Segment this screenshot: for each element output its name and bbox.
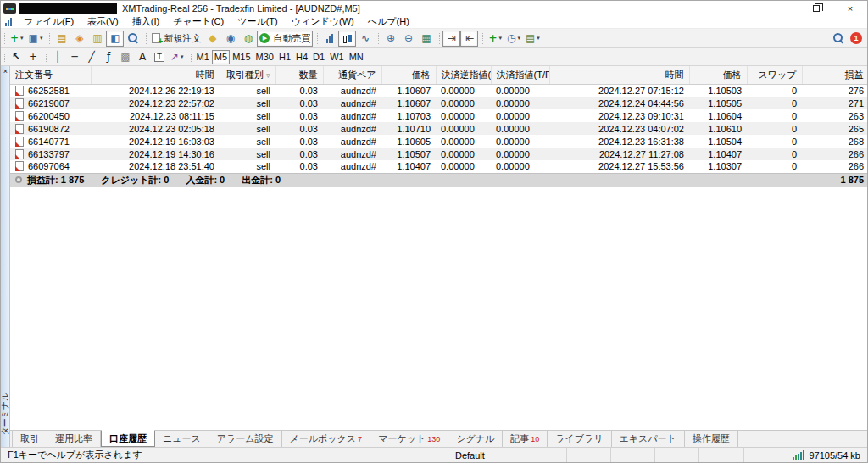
column-header-1[interactable]: 時間 xyxy=(91,66,220,84)
crosshair-button[interactable]: + xyxy=(25,50,42,64)
templates-button[interactable]: ▤▾ xyxy=(523,31,542,47)
periods-button[interactable]: ◷▾ xyxy=(504,31,523,47)
zoom-in-button[interactable]: ⊕ xyxy=(381,31,399,47)
menu-item-h[interactable]: ヘルプ(H) xyxy=(361,15,416,27)
bar-chart-mode-button[interactable] xyxy=(320,31,338,47)
tf-m1-button[interactable]: M1 xyxy=(194,50,212,64)
news-button[interactable]: ◍ xyxy=(239,31,257,47)
search-button[interactable] xyxy=(829,31,847,47)
column-header-9[interactable]: 価格 xyxy=(689,66,747,84)
market-watch-button[interactable]: ▤ xyxy=(53,31,70,47)
tab-運用比率[interactable]: 運用比率 xyxy=(47,431,101,447)
strategy-tester-button[interactable] xyxy=(124,31,142,47)
notification-badge[interactable]: 1 xyxy=(850,32,862,44)
mql5-community-button[interactable]: ◉ xyxy=(221,31,239,47)
profiles-button[interactable]: ▣▾ xyxy=(26,31,46,47)
summary-item: 出金計: 0 xyxy=(242,174,281,187)
new-order-button[interactable]: +新規注文 xyxy=(149,31,203,47)
trendline-button[interactable]: ╱ xyxy=(83,50,100,64)
tf-h1-button[interactable]: H1 xyxy=(276,50,293,64)
tab-口座履歴[interactable]: 口座履歴 xyxy=(101,430,155,447)
tab-ニュース[interactable]: ニュース xyxy=(155,431,209,447)
column-header-7[interactable]: 決済指値(T/P) xyxy=(491,66,549,84)
menu-item-f[interactable]: ファイル(F) xyxy=(17,15,81,27)
tab-メールボックス[interactable]: メールボックス7 xyxy=(282,431,371,447)
column-header-11[interactable]: 損益 xyxy=(802,66,868,84)
tile-windows-button[interactable]: ▦ xyxy=(417,31,435,47)
arrow-objects-button[interactable]: ↗▾ xyxy=(168,50,186,64)
menu-item-w[interactable]: ウィンドウ(W) xyxy=(285,15,361,27)
text-button[interactable]: A xyxy=(134,50,151,64)
metaeditor-button[interactable]: ◆ xyxy=(203,31,221,47)
tf-m5-button[interactable]: M5 xyxy=(212,50,230,64)
cell-6: 0.00000 xyxy=(436,84,491,97)
channel-grid-button[interactable]: ▩ xyxy=(117,50,134,64)
tf-mn-button[interactable]: MN xyxy=(347,50,366,64)
menu-item-c[interactable]: チャート(C) xyxy=(166,15,231,27)
order-cell: 66190872 xyxy=(15,124,86,134)
candlestick-mode-button[interactable] xyxy=(338,31,356,47)
cell-8: 2024.12.23 16:31:38 xyxy=(549,135,689,148)
horizontal-line-button[interactable]: ─ xyxy=(66,50,83,64)
column-header-3[interactable]: 数量 xyxy=(275,66,323,84)
history-row[interactable]: 660970642024.12.18 23:51:40sell0.03audnz… xyxy=(10,160,868,173)
tf-m15-button[interactable]: M15 xyxy=(230,50,253,64)
menu-item-t[interactable]: ツール(T) xyxy=(231,15,285,27)
tab-エキスパート[interactable]: エキスパート xyxy=(612,431,685,447)
tf-m30-button[interactable]: M30 xyxy=(253,50,276,64)
column-header-5[interactable]: 価格 xyxy=(381,66,436,84)
tab-取引[interactable]: 取引 xyxy=(12,431,47,447)
text-label-button[interactable]: T xyxy=(151,50,168,64)
chart-window-icon[interactable] xyxy=(5,18,12,26)
column-header-4[interactable]: 通貨ペア xyxy=(323,66,381,84)
menu-item-v[interactable]: 表示(V) xyxy=(81,15,125,27)
history-row[interactable]: 661908722024.12.23 02:05:18sell0.03audnz… xyxy=(10,122,868,135)
tf-w1-button[interactable]: W1 xyxy=(327,50,347,64)
tab-ライブラリ[interactable]: ライブラリ xyxy=(548,431,611,447)
restore-button[interactable] xyxy=(799,1,833,15)
history-row[interactable]: 662525812024.12.26 22:19:13sell0.03audnz… xyxy=(10,84,868,97)
vertical-line-button[interactable]: │ xyxy=(49,50,66,64)
terminal-close-button[interactable]: × xyxy=(2,67,9,75)
cell-4: audnzd# xyxy=(323,84,381,97)
order-number: 66252581 xyxy=(28,86,70,96)
history-row[interactable]: 662004502024.12.23 08:11:15sell0.03audnz… xyxy=(10,109,868,122)
minimize-button[interactable] xyxy=(765,1,799,15)
tab-記事[interactable]: 記事10 xyxy=(503,431,548,447)
data-window-button[interactable]: ▥ xyxy=(88,31,106,47)
history-row[interactable]: 661337972024.12.19 14:30:16sell0.03audnz… xyxy=(10,148,868,160)
new-chart-button[interactable]: +▾ xyxy=(8,31,26,47)
fibonacci-button[interactable]: ƒ xyxy=(100,50,117,64)
tab-マーケット[interactable]: マーケット130 xyxy=(370,431,448,447)
tab-label: ニュース xyxy=(163,432,201,445)
history-row[interactable]: 661407712024.12.19 16:03:03sell0.03audnz… xyxy=(10,135,868,148)
column-label: 時間 xyxy=(196,70,214,80)
tab-操作履歴[interactable]: 操作履歴 xyxy=(685,431,738,447)
navigator-button[interactable]: ◈ xyxy=(70,31,88,47)
column-header-2[interactable]: 取引種別▿ xyxy=(220,66,275,84)
column-header-0[interactable]: 注文番号 xyxy=(10,66,91,84)
auto-trading-button[interactable]: ▶自動売買 xyxy=(257,31,313,47)
tab-アラーム設定[interactable]: アラーム設定 xyxy=(209,431,282,447)
column-label: 通貨ペア xyxy=(338,70,376,80)
tf-h4-button[interactable]: H4 xyxy=(293,50,310,64)
column-header-8[interactable]: 時間 xyxy=(549,66,689,84)
line-chart-mode-button[interactable]: ∿ xyxy=(356,31,374,47)
column-header-10[interactable]: スワップ xyxy=(747,66,802,84)
toolbar-group: +▾▣▾ xyxy=(3,31,47,47)
chart-shift-button[interactable]: ⇤ xyxy=(460,31,478,47)
cursor-button[interactable]: ↖ xyxy=(8,50,25,64)
auto-scroll-button[interactable]: ⇥ xyxy=(442,31,460,47)
tf-d1-button[interactable]: D1 xyxy=(310,50,327,64)
close-button[interactable]: × xyxy=(833,1,867,15)
status-profile[interactable]: Default xyxy=(448,448,567,462)
terminal-panel-toggle-button[interactable]: ◧ xyxy=(106,31,124,47)
menu-item-i[interactable]: 挿入(I) xyxy=(125,15,166,27)
zoom-out-button[interactable]: ⊖ xyxy=(399,31,417,47)
account-history-table: 注文番号時間取引種別▿数量通貨ペア価格決済逆指値(S...決済指値(T/P)時間… xyxy=(10,66,868,187)
history-row[interactable]: 662190072024.12.23 22:57:02sell0.03audnz… xyxy=(10,97,868,109)
column-header-6[interactable]: 決済逆指値(S... xyxy=(436,66,491,84)
indicators-button[interactable]: +▾ xyxy=(486,31,504,47)
cell-2: sell xyxy=(220,148,275,160)
tab-シグナル[interactable]: シグナル xyxy=(448,431,503,447)
